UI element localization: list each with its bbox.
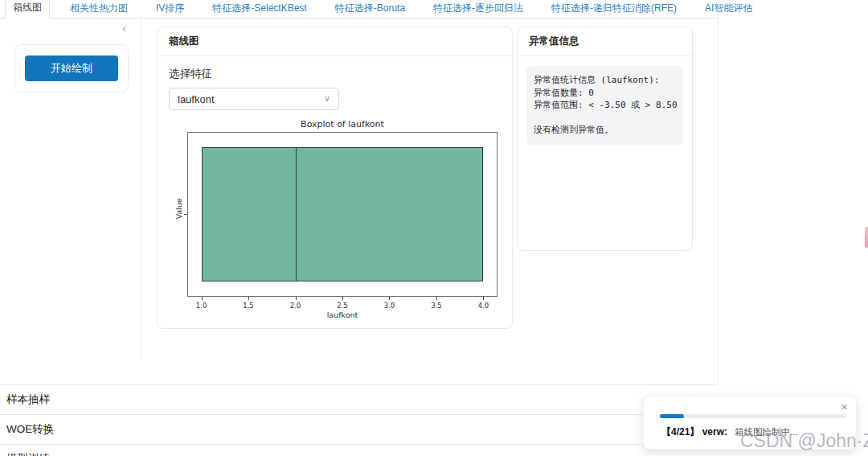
chart-ylabel: Value bbox=[174, 198, 183, 219]
draw-control-card: 开始绘制 bbox=[14, 44, 129, 92]
chart-title: Boxplot of laufkont bbox=[187, 119, 497, 129]
boxplot-chart: Boxplot of laufkont Value 1.01.52.02.53.… bbox=[158, 114, 514, 325]
csdn-watermark: CSDN @John·Zou bbox=[740, 430, 868, 452]
feature-select[interactable]: laufkont ∨ bbox=[169, 88, 339, 110]
tab-boruta[interactable]: 特征选择-Boruta bbox=[327, 0, 413, 18]
tab-boxplot[interactable]: 箱线图 bbox=[5, 0, 50, 18]
sidebar-collapse-icon[interactable]: ‹ bbox=[122, 22, 126, 35]
boxplot-panel: 箱线图 选择特征 laufkont ∨ Boxplot of laufkont … bbox=[157, 27, 513, 329]
outlier-info-panel: 异常值信息 异常值统计信息 (laufkont): 异常值数量: 0 异常值范围… bbox=[517, 27, 693, 251]
tab-iv-ranking[interactable]: IV排序 bbox=[148, 0, 192, 18]
accordion-row-model-training[interactable]: 模型训练 bbox=[0, 445, 718, 456]
sidebar: ‹ 开始绘制 bbox=[0, 18, 141, 360]
accordion-row-sampling[interactable]: 样本抽样 bbox=[0, 385, 718, 415]
chart-xlabel: laufkont bbox=[187, 310, 497, 319]
toast-progress-track bbox=[660, 414, 846, 418]
tab-ai-evaluation[interactable]: AI智能评估 bbox=[697, 0, 760, 18]
start-draw-button[interactable]: 开始绘制 bbox=[25, 55, 118, 81]
box bbox=[202, 147, 482, 281]
outlier-stats-line: 没有检测到异常值。 bbox=[534, 124, 676, 137]
toast-progress-fill bbox=[660, 414, 684, 418]
boxplot-panel-title: 箱线图 bbox=[158, 27, 512, 56]
tab-bar: 箱线图 相关性热力图 IV排序 特征选择-SelectKBest 特征选择-Bo… bbox=[0, 0, 718, 18]
plot-frame bbox=[187, 132, 497, 297]
median-line bbox=[296, 148, 297, 280]
outlier-panel-title: 异常值信息 bbox=[518, 27, 692, 56]
close-icon[interactable]: × bbox=[841, 400, 848, 413]
tab-correlation-heatmap[interactable]: 相关性热力图 bbox=[62, 0, 136, 18]
feature-select-label: 选择特征 bbox=[169, 67, 501, 81]
outlier-stats-box: 异常值统计信息 (laufkont): 异常值数量: 0 异常值范围: < -3… bbox=[526, 66, 683, 145]
outlier-stats-line: 异常值数量: 0 bbox=[534, 87, 676, 100]
bottom-accordion: 样本抽样 WOE转换 模型训练 bbox=[0, 384, 718, 456]
feature-select-value: laufkont bbox=[178, 93, 215, 105]
tab-stepwise[interactable]: 特征选择-逐步回归法 bbox=[425, 0, 531, 18]
outlier-stats-line bbox=[534, 112, 676, 125]
outlier-stats-line: 异常值范围: < -3.50 或 > 8.50 bbox=[534, 99, 676, 112]
tab-rfe[interactable]: 特征选择-递归特征消除(RFE) bbox=[543, 0, 685, 18]
toast-message-prefix: 【4/21】 verw: bbox=[661, 426, 727, 438]
content-right-divider bbox=[718, 0, 719, 384]
tab-selectkbest[interactable]: 特征选择-SelectKBest bbox=[204, 0, 314, 18]
edge-scroll-indicator bbox=[865, 227, 868, 248]
accordion-row-woe[interactable]: WOE转换 bbox=[0, 415, 718, 445]
chevron-down-icon: ∨ bbox=[324, 93, 330, 104]
outlier-stats-line: 异常值统计信息 (laufkont): bbox=[534, 74, 676, 87]
